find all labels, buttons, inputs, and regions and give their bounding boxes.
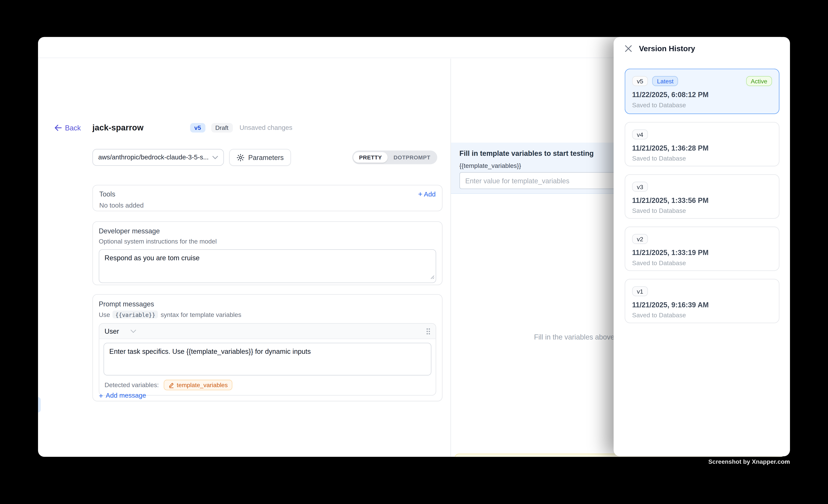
template-variables-chip[interactable]: template_variables: [164, 380, 233, 390]
version-timestamp: 11/21/2025, 9:16:39 AM: [632, 301, 772, 309]
back-label: Back: [65, 124, 81, 132]
draft-badge: Draft: [211, 123, 233, 133]
gear-icon: [237, 153, 244, 161]
chevron-down-icon: [212, 156, 218, 159]
back-button[interactable]: Back: [54, 124, 81, 132]
message-block: User Enter task specifics. Use {{templat…: [99, 323, 436, 395]
edge-accent: [38, 397, 41, 412]
model-toolbar: aws/anthropic/bedrock-claude-3-5-s... Pa: [92, 149, 443, 166]
version-card-v1[interactable]: v1 11/21/2025, 9:16:39 AM Saved to Datab…: [625, 279, 780, 323]
detected-variables-row: Detected variables: template_variables: [99, 375, 436, 395]
variable-syntax-chip: {{variable}}: [113, 310, 158, 319]
model-select[interactable]: aws/anthropic/bedrock-claude-3-5-s...: [92, 149, 224, 166]
version-badge: v5: [190, 123, 205, 133]
document-header: Back jack-sparrow v5 Draft Unsaved chang…: [54, 120, 292, 135]
message-header: User: [99, 324, 436, 339]
active-badge: Active: [746, 76, 772, 86]
message-textarea[interactable]: Enter task specifics. Use {{template_var…: [104, 343, 431, 375]
version-label: v2: [632, 234, 648, 244]
version-card-v3[interactable]: v3 11/21/2025, 1:33:56 PM Saved to Datab…: [625, 174, 780, 219]
version-status: Saved to Database: [632, 259, 772, 267]
latest-badge: Latest: [652, 76, 678, 86]
version-timestamp: 11/21/2025, 1:33:56 PM: [632, 197, 772, 204]
version-status: Saved to Database: [632, 312, 772, 319]
version-timestamp: 11/21/2025, 1:36:28 PM: [632, 144, 772, 152]
add-message-button[interactable]: + Add message: [99, 392, 146, 399]
arrow-left-icon: [54, 125, 62, 131]
developer-message-textarea[interactable]: Respond as you are tom cruise: [99, 249, 436, 283]
version-history-panel: Version History v5 Latest Active 11/22/2…: [614, 37, 790, 456]
prompt-messages-label: Prompt messages: [99, 300, 436, 308]
message-role-select[interactable]: User: [105, 327, 137, 335]
format-option-dotprompt[interactable]: DOTPROMPT: [388, 152, 436, 163]
version-label: v3: [632, 182, 648, 192]
plus-icon: +: [99, 392, 103, 399]
version-timestamp: 11/21/2025, 1:33:19 PM: [632, 249, 772, 257]
version-status: Saved to Database: [632, 101, 772, 109]
version-label: v4: [632, 129, 648, 139]
version-history-title: Version History: [639, 44, 695, 53]
plus-icon: +: [418, 190, 422, 198]
format-toggle: PRETTY DOTPROMPT: [352, 151, 437, 164]
drag-handle-icon[interactable]: [426, 328, 430, 334]
developer-message-hint: Optional system instructions for the mod…: [99, 238, 436, 245]
message-role-value: User: [105, 327, 119, 335]
version-status: Saved to Database: [632, 207, 772, 214]
message-body: Enter task specifics. Use {{template_var…: [99, 339, 436, 376]
parameters-button[interactable]: Parameters: [229, 149, 291, 166]
tools-card: Tools + Add No tools added: [92, 185, 443, 211]
unsaved-changes-label: Unsaved changes: [240, 124, 292, 131]
version-status: Saved to Database: [632, 155, 772, 162]
prompt-messages-card: Prompt messages Use {{variable}} syntax …: [92, 294, 443, 402]
watermark-text: Screenshot by Xnapper.com: [708, 458, 790, 465]
version-label: v1: [632, 286, 648, 296]
pencil-icon: [168, 382, 174, 388]
prompt-messages-hint: Use {{variable}} syntax for template var…: [99, 310, 436, 319]
panel-divider: [451, 58, 451, 457]
format-option-pretty[interactable]: PRETTY: [353, 152, 388, 163]
model-select-value: aws/anthropic/bedrock-claude-3-5-s...: [98, 154, 209, 161]
screenshot-stage: Back jack-sparrow v5 Draft Unsaved chang…: [0, 0, 828, 504]
tools-label: Tools: [99, 190, 115, 198]
version-card-v5[interactable]: v5 Latest Active 11/22/2025, 6:08:12 PM …: [625, 69, 780, 114]
developer-message-card: Developer message Optional system instru…: [92, 221, 443, 285]
developer-message-label: Developer message: [99, 227, 436, 235]
version-card-v2[interactable]: v2 11/21/2025, 1:33:19 PM Saved to Datab…: [625, 226, 780, 271]
version-history-header: Version History: [614, 37, 790, 53]
version-card-v4[interactable]: v4 11/21/2025, 1:36:28 PM Saved to Datab…: [625, 122, 780, 166]
version-label: v5: [632, 76, 648, 86]
add-tool-button[interactable]: + Add: [418, 190, 436, 198]
parameters-label: Parameters: [248, 153, 284, 161]
page-title: jack-sparrow: [92, 123, 143, 133]
version-timestamp: 11/22/2025, 6:08:12 PM: [632, 91, 772, 99]
detected-variables-label: Detected variables:: [105, 381, 159, 389]
tools-empty-text: No tools added: [99, 202, 436, 209]
close-icon[interactable]: [624, 44, 633, 53]
resize-grip-icon[interactable]: [430, 275, 434, 279]
